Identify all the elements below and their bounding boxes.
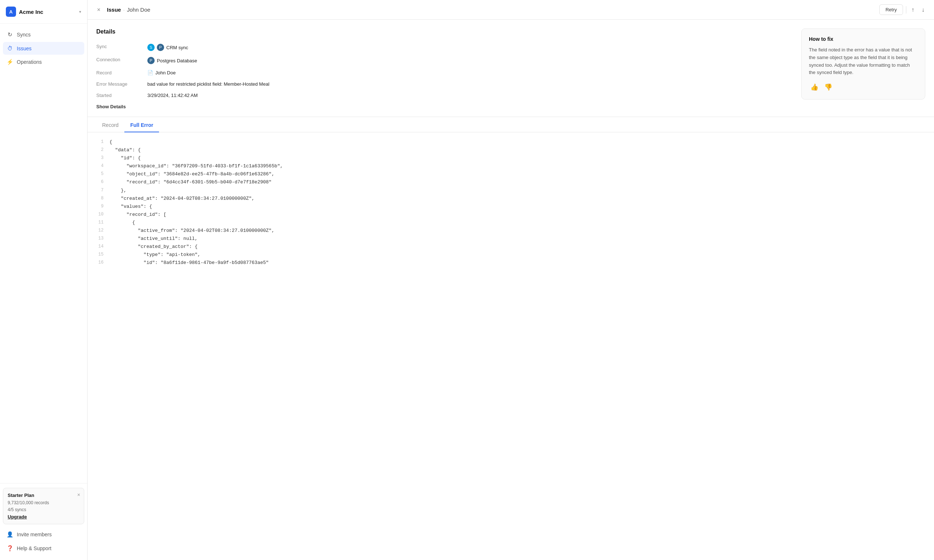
json-line: 8 "created_at": "2024-04-02T08:34:27.010… [96,195,925,203]
nav-down-button[interactable]: ↓ [919,5,927,15]
sidebar-item-label-issues: Issues [17,46,31,51]
main-content: × Issue · John Doe Retry ↑ ↓ Details Syn… [88,0,934,560]
starter-plan-close-button[interactable]: × [77,492,80,498]
issue-header: × Issue · John Doe Retry ↑ ↓ [88,0,934,20]
issue-title-word: Issue [107,6,121,13]
json-line-number: 2 [96,146,109,154]
json-line-content: "id": "8a6f11de-9861-47be-9a9f-b5d087763… [109,259,925,267]
json-line-content: "active_until": null, [109,235,925,243]
started-label: Started [96,90,147,101]
sidebar-bottom: × Starter Plan 9,732/10,000 records 4/5 … [0,483,87,560]
company-name: Acme Inc [19,9,43,15]
operations-icon: ⚡ [6,59,13,65]
upgrade-link[interactable]: Upgrade [8,514,80,520]
record-label: Record [96,67,147,78]
syncs-icon: ↻ [6,31,13,38]
json-line: 15 "type": "api-token", [96,251,925,259]
json-viewer: 1{2 "data": {3 "id": {4 "workspace_id": … [88,132,934,273]
starter-plan-syncs: 4/5 syncs [8,506,80,513]
json-line: 7 }, [96,187,925,195]
issue-close-button[interactable]: × [95,6,103,14]
thumbs-down-button[interactable]: 👎 [823,82,834,92]
issue-title-area: Issue · John Doe [107,6,875,13]
issue-body: Details Sync S P CRM sync Connection P P… [88,20,934,560]
json-line: 11 { [96,219,925,227]
starter-plan-card: × Starter Plan 9,732/10,000 records 4/5 … [3,488,84,524]
tab-full-error[interactable]: Full Error [125,117,159,132]
json-line-content: "workspace_id": "36f97209-51fd-4033-bf1f… [109,162,925,170]
json-line-content: "created_by_actor": { [109,243,925,251]
record-name: John Doe [155,70,176,75]
json-line: 12 "active_from": "2024-04-02T08:34:27.0… [96,227,925,235]
thumbs-up-button[interactable]: 👍 [809,82,820,92]
sidebar: A Acme Inc ▾ ↻ Syncs ⏱ Issues ⚡ Operatio… [0,0,88,560]
json-line: 1{ [96,138,925,146]
json-line-number: 3 [96,154,109,162]
json-line-content: "id": { [109,154,925,162]
nav-up-button[interactable]: ↑ [909,5,917,15]
sidebar-nav: ↻ Syncs ⏱ Issues ⚡ Operations [0,24,87,483]
json-line-number: 10 [96,211,109,219]
json-line: 10 "record_id": [ [96,211,925,219]
details-left: Details Sync S P CRM sync Connection P P… [96,28,789,109]
error-message-value: bad value for restricted picklist field:… [147,78,789,90]
json-line: 16 "id": "8a6f11de-9861-47be-9a9f-b5d087… [96,259,925,267]
json-line: 6 "record_id": "6d4cc34f-6301-59b5-b040-… [96,178,925,186]
sidebar-item-invite[interactable]: 👤 Invite members [3,528,84,541]
json-line-content: "created_at": "2024-04-02T08:34:27.01000… [109,195,925,203]
json-line-content: "type": "api-token", [109,251,925,259]
sidebar-header[interactable]: A Acme Inc ▾ [0,0,87,24]
json-line-number: 9 [96,203,109,211]
sync-label: Sync [96,41,147,54]
invite-icon: 👤 [6,531,13,538]
json-line-content: { [109,219,925,227]
sidebar-item-issues[interactable]: ⏱ Issues [3,42,84,55]
details-right: How to fix The field noted in the error … [801,28,925,109]
details-section: Details Sync S P CRM sync Connection P P… [88,20,934,117]
json-line-number: 11 [96,219,109,227]
json-line-number: 12 [96,227,109,235]
issues-icon: ⏱ [6,45,13,51]
starter-plan-title: Starter Plan [8,492,80,498]
issue-separator: · [123,6,125,13]
json-line-number: 15 [96,251,109,259]
connection-label: Connection [96,54,147,67]
retry-button[interactable]: Retry [879,5,903,15]
json-line: 5 "object_id": "3684e82d-ee25-47fb-8a4b-… [96,170,925,178]
issue-person-name: John Doe [127,6,150,13]
sidebar-item-syncs[interactable]: ↻ Syncs [3,28,84,41]
tab-record[interactable]: Record [96,117,125,132]
json-line: 9 "values": { [96,203,925,211]
json-line-content: "object_id": "3684e82d-ee25-47fb-8a4b-dc… [109,170,925,178]
json-line-number: 13 [96,235,109,243]
json-line-number: 6 [96,178,109,186]
how-to-fix-text: The field noted in the error has a value… [809,46,918,77]
json-line-content: "values": { [109,203,925,211]
json-line: 3 "id": { [96,154,925,162]
json-line: 14 "created_by_actor": { [96,243,925,251]
chevron-down-icon: ▾ [79,9,82,14]
feedback-buttons: 👍 👎 [809,82,918,92]
sidebar-item-label-syncs: Syncs [17,32,31,38]
company-logo: A [6,6,16,17]
issue-header-actions: Retry ↑ ↓ [879,5,927,15]
json-line-content: "data": { [109,146,925,154]
sidebar-item-label-operations: Operations [17,59,42,65]
how-to-fix-card: How to fix The field noted in the error … [801,28,925,100]
show-details-link[interactable]: Show Details [96,104,126,109]
sidebar-item-help[interactable]: ❓ Help & Support [3,542,84,555]
json-line: 2 "data": { [96,146,925,154]
details-grid: Sync S P CRM sync Connection P Postgres … [96,41,789,101]
sidebar-item-operations[interactable]: ⚡ Operations [3,55,84,69]
json-line-number: 1 [96,138,109,146]
json-line-number: 5 [96,170,109,178]
json-line-number: 16 [96,259,109,267]
json-line-number: 4 [96,162,109,170]
record-icon: 📄 [147,70,153,75]
json-line-content: { [109,138,925,146]
connection-postgres-icon: P [147,57,155,64]
json-line-number: 8 [96,195,109,203]
json-line-content: "active_from": "2024-04-02T08:34:27.0100… [109,227,925,235]
sidebar-item-label-help: Help & Support [17,545,51,551]
sync-value: S P CRM sync [147,41,789,54]
